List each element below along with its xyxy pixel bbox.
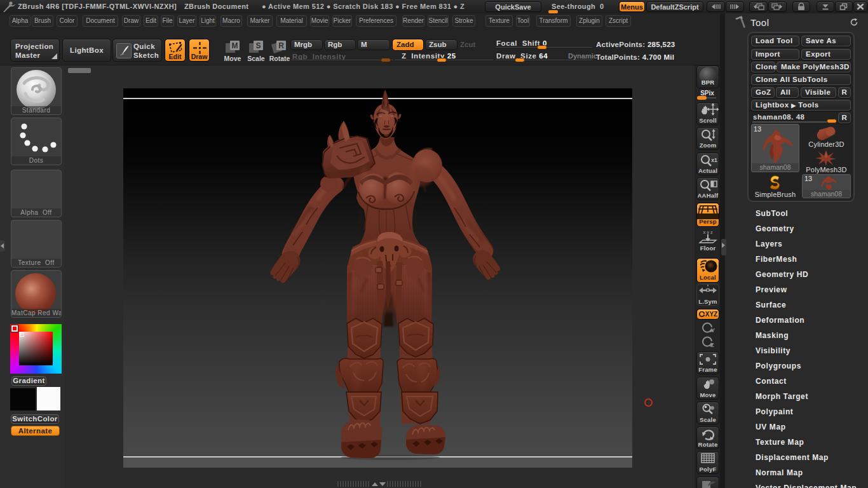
- svg-text:Y: Y: [711, 327, 715, 334]
- svg-text:x1: x1: [711, 157, 717, 163]
- svg-text:S: S: [255, 41, 261, 50]
- svg-text:R: R: [278, 41, 284, 50]
- svg-text:Z: Z: [710, 342, 714, 348]
- svg-text:M: M: [232, 41, 238, 50]
- svg-text:x y z: x y z: [703, 230, 713, 235]
